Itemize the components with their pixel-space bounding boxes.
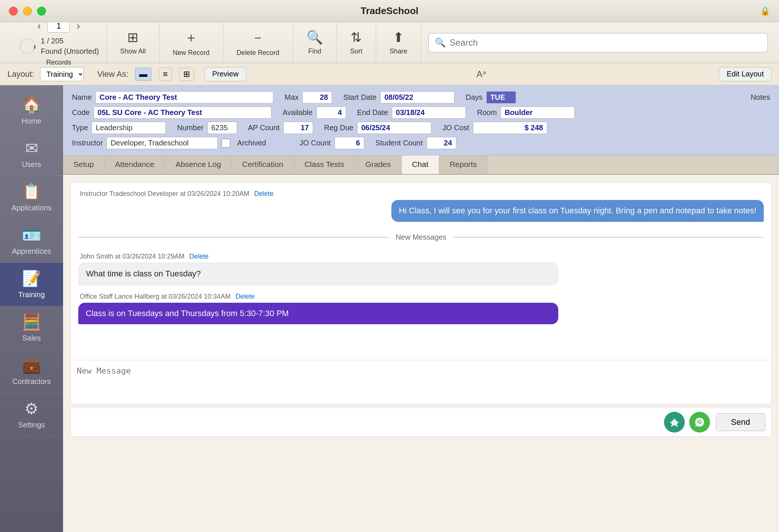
divider-label: New Messages <box>396 233 447 242</box>
student-date: at 03/26/2024 10:29AM <box>115 253 184 260</box>
maximize-button[interactable] <box>37 7 46 16</box>
delete-record-icon: － <box>251 29 264 47</box>
available-value[interactable]: 4 <box>316 106 346 119</box>
room-value[interactable]: Boulder <box>500 106 575 119</box>
sort-group[interactable]: ⇅ Sort <box>337 22 376 63</box>
sidebar-sales-label: Sales <box>22 334 41 342</box>
tab-grades[interactable]: Grades <box>355 155 402 174</box>
sort-label: Sort <box>350 47 362 55</box>
name-value[interactable]: Core - AC Theory Test <box>95 91 273 104</box>
sidebar-item-home[interactable]: 🏠 Home <box>0 89 63 132</box>
sidebar-contractors-label: Contractors <box>12 377 50 386</box>
view-list-button[interactable]: ≡ <box>159 68 172 81</box>
new-record-group[interactable]: ＋ New Record <box>160 22 223 63</box>
show-all-label: Show All <box>120 47 146 55</box>
view-table-button[interactable]: ⊞ <box>179 68 194 81</box>
close-button[interactable] <box>9 7 18 16</box>
jo-cost-label: JO Cost <box>443 124 469 132</box>
find-button[interactable]: 🔍 Find <box>300 27 329 58</box>
sidebar-item-applications[interactable]: 📋 Applications <box>0 176 63 219</box>
traffic-lights[interactable] <box>9 7 46 16</box>
start-date-value[interactable]: 08/05/22 <box>380 91 454 104</box>
archived-checkbox[interactable] <box>221 139 230 148</box>
chat-area: Instructor Tradeschool Developer at 03/2… <box>70 182 772 360</box>
search-area[interactable]: 🔍 <box>428 33 768 52</box>
sidebar-item-apprentices[interactable]: 🪪 Apprentices <box>0 219 63 263</box>
type-value[interactable]: Leadership <box>92 122 166 134</box>
instructor-label: Instructor <box>72 139 103 147</box>
name-label: Name <box>72 93 92 102</box>
sidebar-item-settings[interactable]: ⚙ Settings <box>0 393 63 436</box>
sidebar-item-contractors[interactable]: 💼 Contractors <box>0 349 63 393</box>
tab-attendance[interactable]: Attendance <box>105 155 165 174</box>
days-value[interactable]: TUE <box>486 91 516 104</box>
teal-icon[interactable] <box>664 412 685 433</box>
jo-count-label: JO Count <box>299 139 331 147</box>
green-icon[interactable]: G <box>689 412 710 433</box>
sidebar-applications-label: Applications <box>11 204 52 212</box>
sidebar-item-sales[interactable]: 🧮 Sales <box>0 306 63 349</box>
users-icon: ✉ <box>25 139 38 157</box>
share-group[interactable]: ⬆ Share <box>376 22 421 63</box>
divider-right <box>454 237 764 237</box>
sort-button[interactable]: ⇅ Sort <box>344 27 368 58</box>
student-delete[interactable]: Delete <box>189 253 208 260</box>
message-meta-office: Office Staff Lance Hallberg at 03/26/202… <box>78 293 764 301</box>
share-icon: ⬆ <box>393 30 404 45</box>
jo-count-value[interactable]: 6 <box>335 137 364 149</box>
end-date-value[interactable]: 03/18/24 <box>392 106 466 119</box>
record-info: 1 / 205 Found (Unsorted) <box>41 36 99 56</box>
new-record-button[interactable]: ＋ New Record <box>167 26 216 60</box>
svg-text:G: G <box>697 419 701 425</box>
reg-due-value[interactable]: 06/25/24 <box>357 122 431 134</box>
start-date-label: Start Date <box>343 93 377 102</box>
toolbar: ‹ › 1 / 205 Found (Unsorted) Records ⊞ S… <box>0 22 779 63</box>
svg-point-0 <box>20 39 35 53</box>
message-meta-student: John Smith at 03/26/2024 10:29AM Delete <box>78 253 764 260</box>
delete-record-group[interactable]: － Delete Record <box>223 22 293 63</box>
send-button[interactable]: Send <box>716 413 765 431</box>
content-area: Name Core - AC Theory Test Max 28 Start … <box>63 85 779 532</box>
ap-count-value[interactable]: 17 <box>283 122 313 134</box>
sidebar-item-users[interactable]: ✉ Users <box>0 132 63 176</box>
view-form-button[interactable]: ▬ <box>135 68 151 81</box>
edit-layout-button[interactable]: Edit Layout <box>719 67 772 81</box>
delete-record-label: Delete Record <box>237 49 279 57</box>
instructor-date: at 03/26/2024 10:20AM <box>180 190 249 197</box>
tab-reports[interactable]: Reports <box>439 155 488 174</box>
tab-class-tests[interactable]: Class Tests <box>294 155 355 174</box>
tab-chat[interactable]: Chat <box>402 155 439 174</box>
settings-icon: ⚙ <box>24 400 39 418</box>
preview-button[interactable]: Preview <box>204 67 246 81</box>
tab-certification[interactable]: Certification <box>232 155 294 174</box>
instructor-value[interactable]: Developer, Tradeschool <box>106 137 218 149</box>
delete-record-button[interactable]: － Delete Record <box>231 26 285 60</box>
office-delete[interactable]: Delete <box>236 293 255 300</box>
share-button[interactable]: ⬆ Share <box>384 27 413 58</box>
show-all-button[interactable]: ⊞ Show All <box>114 27 152 58</box>
progress-circle <box>19 37 36 55</box>
find-group[interactable]: 🔍 Find <box>293 22 337 63</box>
max-value[interactable]: 28 <box>302 91 332 104</box>
tab-setup[interactable]: Setup <box>63 155 105 174</box>
student-count-label: Student Count <box>375 139 423 147</box>
jo-cost-value[interactable]: $ 248 <box>473 122 547 134</box>
layout-select[interactable]: Training <box>40 67 84 81</box>
layout-label: Layout: <box>7 69 34 79</box>
sidebar-item-training[interactable]: 📝 Training <box>0 263 63 306</box>
instructor-delete[interactable]: Delete <box>254 190 273 197</box>
tab-absence-log[interactable]: Absence Log <box>165 155 232 174</box>
code-value[interactable]: 05L SU Core - AC Theory Test <box>93 106 272 119</box>
notes-label: Notes <box>751 93 770 102</box>
student-count-value[interactable]: 24 <box>427 137 456 149</box>
search-input[interactable] <box>450 37 762 48</box>
search-icon: 🔍 <box>435 37 446 48</box>
apprentices-icon: 🪪 <box>22 226 41 244</box>
new-record-icon: ＋ <box>184 29 198 47</box>
training-icon: 📝 <box>22 269 41 288</box>
layout-bar: Layout: Training View As: ▬ ≡ ⊞ Preview … <box>0 63 779 85</box>
show-all-group[interactable]: ⊞ Show All <box>107 22 160 63</box>
minimize-button[interactable] <box>23 7 32 16</box>
new-message-input[interactable] <box>77 366 765 396</box>
number-value[interactable]: 6235 <box>207 122 237 134</box>
